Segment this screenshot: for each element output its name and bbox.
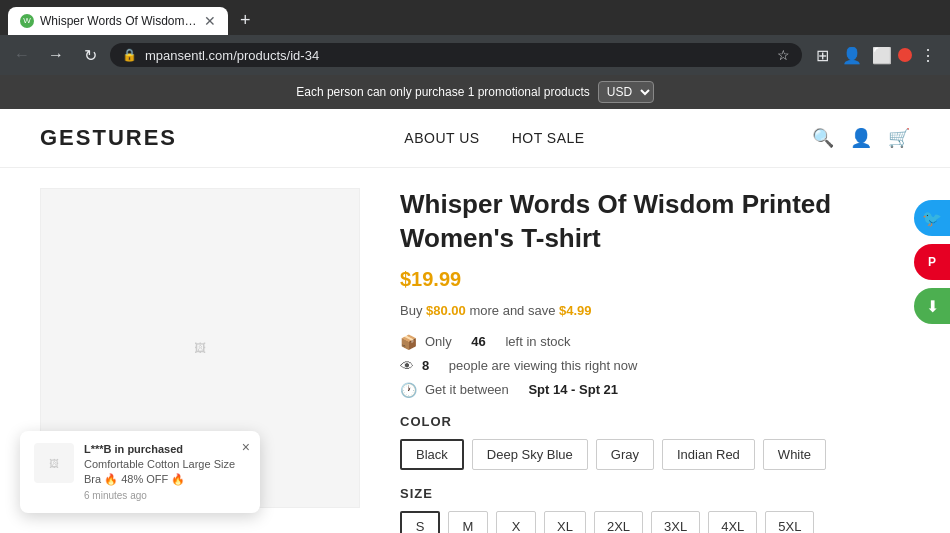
color-gray[interactable]: Gray [596, 439, 654, 470]
size-x[interactable]: X [496, 511, 536, 533]
size-2xl[interactable]: 2XL [594, 511, 643, 533]
toast-product-image: 🖼 [34, 443, 74, 483]
color-indian-red[interactable]: Indian Red [662, 439, 755, 470]
toast-close-button[interactable]: × [242, 439, 250, 455]
social-sidebar: 🐦 P ⬇ [914, 200, 950, 324]
size-s[interactable]: S [400, 511, 440, 533]
delivery-dates: Spt 14 - Spt 21 [528, 382, 618, 397]
download-button[interactable]: ⬇ [914, 288, 950, 324]
toast-notification: × 🖼 L***B in purchased Comfortable Cotto… [20, 431, 260, 513]
stock-prefix: Only [425, 334, 452, 349]
color-black[interactable]: Black [400, 439, 464, 470]
size-section: SIZE S M X XL 2XL 3XL 4XL 5XL [400, 486, 910, 533]
bookmark-icon[interactable]: ☆ [777, 47, 790, 63]
toast-buyer: L***B in purchased [84, 443, 246, 455]
size-options: S M X XL 2XL 3XL 4XL 5XL [400, 511, 910, 533]
sidebar-button[interactable]: ⬜ [868, 41, 896, 69]
tab-bar: W Whisper Words Of Wisdom P... ✕ + [0, 0, 950, 35]
tab-title: Whisper Words Of Wisdom P... [40, 14, 198, 28]
image-placeholder-icon: 🖼 [194, 341, 206, 355]
upsell-text: Buy $80.00 more and save $4.99 [400, 303, 910, 318]
size-3xl[interactable]: 3XL [651, 511, 700, 533]
tab-favicon: W [20, 14, 34, 28]
size-4xl[interactable]: 4XL [708, 511, 757, 533]
announcement-bar: Each person can only purchase 1 promotio… [0, 75, 950, 109]
nav-hot-sale[interactable]: HOT SALE [512, 130, 585, 146]
account-button[interactable]: 👤 [850, 127, 872, 149]
reload-button[interactable]: ↻ [76, 41, 104, 69]
toast-time: 6 minutes ago [84, 490, 246, 501]
upsell-suffix: more and save [469, 303, 555, 318]
product-price: $19.99 [400, 268, 910, 291]
forward-button[interactable]: → [42, 41, 70, 69]
announcement-text: Each person can only purchase 1 promotio… [296, 85, 590, 99]
viewers-suffix: people are viewing this right now [449, 358, 638, 373]
cart-button[interactable]: 🛒 [888, 127, 910, 149]
upsell-save: $4.99 [559, 303, 592, 318]
new-tab-button[interactable]: + [232, 6, 259, 35]
search-button[interactable]: 🔍 [812, 127, 834, 149]
browser-chrome: W Whisper Words Of Wisdom P... ✕ + ← → ↻… [0, 0, 950, 75]
upsell-amount: $80.00 [426, 303, 466, 318]
extensions-button[interactable]: ⊞ [808, 41, 836, 69]
size-m[interactable]: M [448, 511, 488, 533]
site-logo[interactable]: GESTURES [40, 125, 177, 151]
main-nav: ABOUT US HOT SALE [404, 130, 584, 146]
stock-info: 📦 Only 46 left in stock [400, 334, 910, 350]
delivery-prefix: Get it between [425, 382, 509, 397]
toast-content: L***B in purchased Comfortable Cotton La… [84, 443, 246, 501]
color-deep-sky-blue[interactable]: Deep Sky Blue [472, 439, 588, 470]
viewers-icon: 👁 [400, 358, 414, 374]
browser-toolbar: ← → ↻ 🔒 mpansentl.com/products/id-34 ☆ ⊞… [0, 35, 950, 75]
active-tab[interactable]: W Whisper Words Of Wisdom P... ✕ [8, 7, 228, 35]
security-icon: 🔒 [122, 48, 137, 62]
currency-selector[interactable]: USD EUR GBP [598, 81, 654, 103]
product-title: Whisper Words Of Wisdom Printed Women's … [400, 188, 910, 256]
toolbar-icons: ⊞ 👤 ⬜ ⋮ [808, 41, 942, 69]
address-bar[interactable]: 🔒 mpansentl.com/products/id-34 ☆ [110, 43, 802, 67]
upsell-prefix: Buy [400, 303, 422, 318]
stock-count: 46 [471, 334, 485, 349]
profile-button[interactable]: 👤 [838, 41, 866, 69]
color-options: Black Deep Sky Blue Gray Indian Red Whit… [400, 439, 910, 470]
viewers-count: 8 [422, 358, 429, 373]
twitter-share-button[interactable]: 🐦 [914, 200, 950, 236]
color-section: COLOR Black Deep Sky Blue Gray Indian Re… [400, 414, 910, 470]
product-info: Whisper Words Of Wisdom Printed Women's … [400, 188, 910, 533]
stock-icon: 📦 [400, 334, 417, 350]
delivery-info: 🕐 Get it between Spt 14 - Spt 21 [400, 382, 910, 398]
color-label: COLOR [400, 414, 910, 429]
color-white[interactable]: White [763, 439, 826, 470]
menu-button[interactable]: ⋮ [914, 41, 942, 69]
site-header: GESTURES ABOUT US HOT SALE 🔍 👤 🛒 [0, 109, 950, 168]
size-label: SIZE [400, 486, 910, 501]
record-button[interactable] [898, 48, 912, 62]
size-5xl[interactable]: 5XL [765, 511, 814, 533]
url-text: mpansentl.com/products/id-34 [145, 48, 769, 63]
nav-about-us[interactable]: ABOUT US [404, 130, 479, 146]
pinterest-share-button[interactable]: P [914, 244, 950, 280]
toast-product-name: Comfortable Cotton Large Size Bra 🔥 48% … [84, 457, 246, 486]
stock-suffix: left in stock [505, 334, 570, 349]
delivery-icon: 🕐 [400, 382, 417, 398]
nav-icons: 🔍 👤 🛒 [812, 127, 910, 149]
back-button[interactable]: ← [8, 41, 36, 69]
size-xl[interactable]: XL [544, 511, 586, 533]
tab-close-button[interactable]: ✕ [204, 13, 216, 29]
viewers-info: 👁 8 people are viewing this right now [400, 358, 910, 374]
